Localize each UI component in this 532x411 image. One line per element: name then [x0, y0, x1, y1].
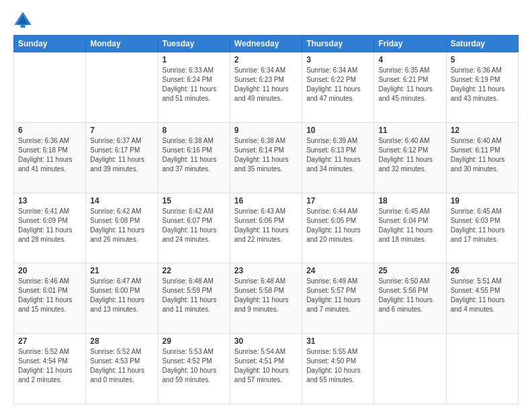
day-info: Sunrise: 6:44 AM Sunset: 6:05 PM Dayligh… — [306, 207, 369, 244]
day-info: Sunrise: 6:41 AM Sunset: 6:09 PM Dayligh… — [18, 207, 81, 244]
day-number: 16 — [234, 196, 298, 205]
day-info: Sunrise: 6:36 AM Sunset: 6:18 PM Dayligh… — [18, 136, 81, 174]
day-info: Sunrise: 6:45 AM Sunset: 6:03 PM Dayligh… — [451, 207, 514, 244]
day-info: Sunrise: 6:34 AM Sunset: 6:22 PM Dayligh… — [306, 66, 369, 103]
day-info: Sunrise: 6:50 AM Sunset: 5:56 PM Dayligh… — [378, 277, 441, 314]
calendar-cell: 14Sunrise: 6:42 AM Sunset: 6:08 PM Dayli… — [86, 193, 158, 263]
day-number: 7 — [90, 126, 153, 135]
day-info: Sunrise: 6:34 AM Sunset: 6:23 PM Dayligh… — [234, 66, 298, 103]
calendar-cell: 12Sunrise: 6:40 AM Sunset: 6:11 PM Dayli… — [446, 122, 518, 193]
day-number: 5 — [451, 55, 514, 64]
calendar-cell: 26Sunrise: 5:51 AM Sunset: 4:55 PM Dayli… — [446, 263, 518, 334]
calendar-cell: 13Sunrise: 6:41 AM Sunset: 6:09 PM Dayli… — [14, 193, 86, 263]
header-tuesday: Tuesday — [158, 36, 230, 52]
day-info: Sunrise: 6:48 AM Sunset: 5:58 PM Dayligh… — [234, 277, 298, 314]
day-number: 4 — [378, 55, 441, 64]
day-number: 11 — [378, 126, 441, 135]
calendar-cell: 4Sunrise: 6:35 AM Sunset: 6:21 PM Daylig… — [374, 52, 446, 123]
calendar-cell: 30Sunrise: 5:54 AM Sunset: 4:51 PM Dayli… — [230, 334, 302, 404]
day-number: 20 — [18, 266, 81, 275]
day-info: Sunrise: 6:47 AM Sunset: 6:00 PM Dayligh… — [90, 277, 153, 314]
day-info: Sunrise: 6:36 AM Sunset: 6:19 PM Dayligh… — [451, 66, 514, 103]
svg-rect-2 — [21, 24, 26, 28]
day-info: Sunrise: 5:55 AM Sunset: 4:50 PM Dayligh… — [306, 347, 369, 385]
day-number: 27 — [18, 336, 81, 346]
day-info: Sunrise: 6:42 AM Sunset: 6:08 PM Dayligh… — [90, 207, 153, 244]
day-info: Sunrise: 6:39 AM Sunset: 6:13 PM Dayligh… — [306, 136, 369, 174]
day-info: Sunrise: 6:45 AM Sunset: 6:04 PM Dayligh… — [378, 207, 441, 244]
calendar-cell: 6Sunrise: 6:36 AM Sunset: 6:18 PM Daylig… — [14, 122, 86, 193]
calendar-cell: 15Sunrise: 6:42 AM Sunset: 6:07 PM Dayli… — [158, 193, 230, 263]
header-sunday: Sunday — [14, 36, 86, 52]
calendar-week-3: 13Sunrise: 6:41 AM Sunset: 6:09 PM Dayli… — [14, 193, 519, 263]
day-info: Sunrise: 6:43 AM Sunset: 6:06 PM Dayligh… — [234, 207, 298, 244]
calendar-cell: 20Sunrise: 6:46 AM Sunset: 6:01 PM Dayli… — [14, 263, 86, 334]
calendar-cell: 24Sunrise: 6:49 AM Sunset: 5:57 PM Dayli… — [302, 263, 374, 334]
day-info: Sunrise: 6:33 AM Sunset: 6:24 PM Dayligh… — [163, 66, 226, 103]
day-info: Sunrise: 6:38 AM Sunset: 6:16 PM Dayligh… — [163, 136, 226, 174]
calendar-cell: 18Sunrise: 6:45 AM Sunset: 6:04 PM Dayli… — [374, 193, 446, 263]
calendar-cell: 21Sunrise: 6:47 AM Sunset: 6:00 PM Dayli… — [86, 263, 158, 334]
day-number: 12 — [451, 126, 514, 135]
calendar-cell: 1Sunrise: 6:33 AM Sunset: 6:24 PM Daylig… — [158, 52, 230, 123]
day-number: 23 — [234, 266, 298, 275]
calendar-cell: 25Sunrise: 6:50 AM Sunset: 5:56 PM Dayli… — [374, 263, 446, 334]
calendar-cell: 11Sunrise: 6:40 AM Sunset: 6:12 PM Dayli… — [374, 122, 446, 193]
day-number: 28 — [90, 336, 153, 346]
day-number: 14 — [90, 196, 153, 205]
day-number: 29 — [163, 336, 226, 346]
day-number: 31 — [306, 336, 369, 346]
day-number: 6 — [18, 126, 81, 135]
day-info: Sunrise: 6:42 AM Sunset: 6:07 PM Dayligh… — [163, 207, 226, 244]
calendar-cell: 23Sunrise: 6:48 AM Sunset: 5:58 PM Dayli… — [230, 263, 302, 334]
day-info: Sunrise: 6:48 AM Sunset: 5:59 PM Dayligh… — [163, 277, 226, 314]
day-number: 18 — [378, 196, 441, 205]
calendar-cell: 9Sunrise: 6:38 AM Sunset: 6:14 PM Daylig… — [230, 122, 302, 193]
calendar-cell: 7Sunrise: 6:37 AM Sunset: 6:17 PM Daylig… — [86, 122, 158, 193]
day-number: 8 — [163, 126, 226, 135]
calendar-cell — [86, 52, 158, 123]
calendar-cell — [374, 334, 446, 404]
header-friday: Friday — [374, 36, 446, 52]
day-info: Sunrise: 6:49 AM Sunset: 5:57 PM Dayligh… — [306, 277, 369, 314]
header-thursday: Thursday — [302, 36, 374, 52]
day-number: 21 — [90, 266, 153, 275]
day-info: Sunrise: 6:35 AM Sunset: 6:21 PM Dayligh… — [378, 66, 441, 103]
header-saturday: Saturday — [446, 36, 518, 52]
day-info: Sunrise: 6:46 AM Sunset: 6:01 PM Dayligh… — [18, 277, 81, 314]
calendar-cell — [446, 334, 518, 404]
logo-icon — [13, 11, 32, 30]
day-number: 25 — [378, 266, 441, 275]
day-number: 1 — [163, 55, 226, 64]
header-monday: Monday — [86, 36, 158, 52]
calendar-cell: 16Sunrise: 6:43 AM Sunset: 6:06 PM Dayli… — [230, 193, 302, 263]
header — [13, 11, 519, 30]
header-wednesday: Wednesday — [230, 36, 302, 52]
day-number: 10 — [306, 126, 369, 135]
day-info: Sunrise: 6:38 AM Sunset: 6:14 PM Dayligh… — [234, 136, 298, 174]
calendar-cell: 17Sunrise: 6:44 AM Sunset: 6:05 PM Dayli… — [302, 193, 374, 263]
day-info: Sunrise: 5:53 AM Sunset: 4:52 PM Dayligh… — [163, 347, 226, 385]
logo — [13, 11, 35, 30]
calendar-cell: 22Sunrise: 6:48 AM Sunset: 5:59 PM Dayli… — [158, 263, 230, 334]
day-info: Sunrise: 5:52 AM Sunset: 4:54 PM Dayligh… — [18, 347, 81, 385]
calendar-cell: 28Sunrise: 5:52 AM Sunset: 4:53 PM Dayli… — [86, 334, 158, 404]
day-number: 3 — [306, 55, 369, 64]
calendar-week-4: 20Sunrise: 6:46 AM Sunset: 6:01 PM Dayli… — [14, 263, 519, 334]
calendar-cell: 29Sunrise: 5:53 AM Sunset: 4:52 PM Dayli… — [158, 334, 230, 404]
day-info: Sunrise: 6:37 AM Sunset: 6:17 PM Dayligh… — [90, 136, 153, 174]
calendar-cell: 8Sunrise: 6:38 AM Sunset: 6:16 PM Daylig… — [158, 122, 230, 193]
calendar-week-5: 27Sunrise: 5:52 AM Sunset: 4:54 PM Dayli… — [14, 334, 519, 404]
calendar-cell: 27Sunrise: 5:52 AM Sunset: 4:54 PM Dayli… — [14, 334, 86, 404]
calendar-cell: 2Sunrise: 6:34 AM Sunset: 6:23 PM Daylig… — [230, 52, 302, 123]
calendar-cell: 31Sunrise: 5:55 AM Sunset: 4:50 PM Dayli… — [302, 334, 374, 404]
day-number: 17 — [306, 196, 369, 205]
page: Sunday Monday Tuesday Wednesday Thursday… — [0, 0, 532, 411]
day-info: Sunrise: 6:40 AM Sunset: 6:11 PM Dayligh… — [451, 136, 514, 174]
calendar-week-2: 6Sunrise: 6:36 AM Sunset: 6:18 PM Daylig… — [14, 122, 519, 193]
day-number: 19 — [451, 196, 514, 205]
calendar-cell — [14, 52, 86, 123]
day-number: 30 — [234, 336, 298, 346]
calendar-header-row: Sunday Monday Tuesday Wednesday Thursday… — [14, 36, 519, 52]
day-info: Sunrise: 5:54 AM Sunset: 4:51 PM Dayligh… — [234, 347, 298, 385]
